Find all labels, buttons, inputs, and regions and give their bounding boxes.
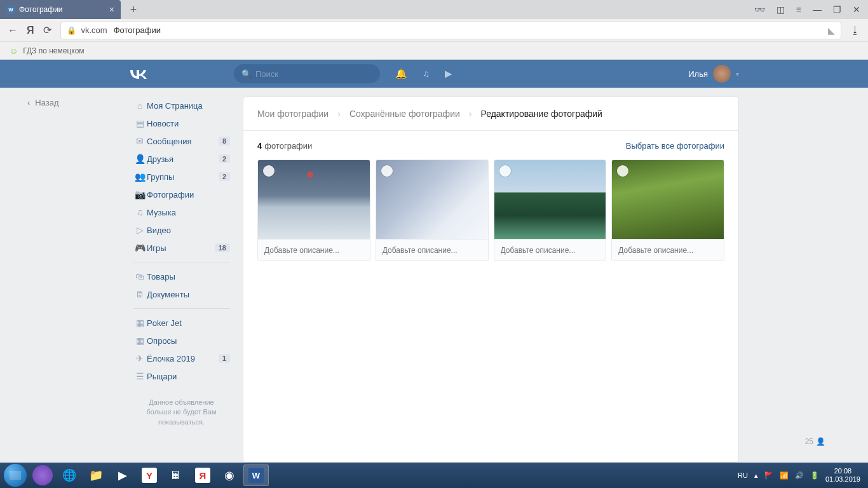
select-all-link[interactable]: Выбрать все фотографии	[626, 141, 724, 151]
select-toggle[interactable]	[617, 165, 628, 177]
content-panel: Мои фотографии › Сохранённые фотографии …	[243, 97, 739, 463]
photo-thumbnail[interactable]	[258, 160, 370, 239]
vk-logo[interactable]	[129, 69, 234, 79]
back-icon[interactable]: ←	[8, 25, 18, 36]
home-icon: ⌂	[133, 100, 147, 111]
photo-card	[257, 159, 370, 261]
browser-tab-bar: w Фотографии × + 👓 ◫ ≡ — ❐ ✕	[0, 0, 868, 19]
calculator-button[interactable]: 🖩	[163, 464, 189, 486]
tray-up-icon[interactable]: ▴	[754, 471, 758, 480]
reload-icon[interactable]: ⟳	[43, 24, 51, 36]
yandex-icon[interactable]: Я	[27, 25, 34, 36]
bookmarks-bar: ☺ ГДЗ по немецком	[0, 42, 868, 60]
app-icon: ✈	[133, 353, 147, 363]
notifications-icon[interactable]: 🔔	[395, 68, 407, 79]
sidebar-item-knights[interactable]: ☰Рыцари	[129, 367, 234, 385]
caption-input[interactable]	[612, 239, 724, 261]
downloads-icon[interactable]: ⭳	[850, 25, 860, 36]
video-player-icon[interactable]: ▶	[445, 68, 452, 79]
url-input[interactable]: 🔒 vk.com Фотографии ◣	[60, 22, 842, 39]
caption-input[interactable]	[494, 239, 606, 261]
photo-thumbnail[interactable]	[376, 160, 488, 239]
select-toggle[interactable]	[381, 165, 393, 177]
breadcrumb-edit: Редактирование фотографий	[480, 109, 602, 119]
bookmark-item[interactable]: ГДЗ по немецком	[23, 46, 84, 55]
sidebar-item-messages[interactable]: ✉Сообщения8	[129, 132, 234, 150]
sidebar-item-my-page[interactable]: ⌂Моя Страница	[129, 97, 234, 114]
chevron-right-icon: ›	[469, 109, 472, 119]
lang-indicator[interactable]: RU	[738, 471, 748, 479]
sidebar-item-games[interactable]: 🎮Игры18	[129, 239, 234, 257]
minimize-icon[interactable]: —	[813, 4, 822, 15]
app-icon: ☰	[133, 371, 147, 381]
close-tab-icon[interactable]: ×	[109, 4, 114, 15]
word-button[interactable]: W	[243, 464, 269, 486]
browser-tab[interactable]: w Фотографии ×	[0, 0, 121, 19]
cortana-button[interactable]	[30, 464, 55, 486]
photo-grid	[243, 159, 738, 275]
vk-favicon: w	[6, 5, 15, 14]
incognito-icon[interactable]: 👓	[754, 4, 765, 15]
yandex-app-button[interactable]: Я	[190, 464, 215, 486]
caption-input[interactable]	[258, 239, 370, 261]
games-icon: 🎮	[133, 243, 147, 253]
photo-thumbnail[interactable]	[494, 160, 606, 239]
lock-icon: 🔒	[67, 26, 76, 35]
url-host: vk.com	[81, 25, 107, 35]
person-icon: 👤	[816, 437, 825, 446]
sidebar-item-music[interactable]: ♫Музыка	[129, 203, 234, 221]
sidebar-item-tree[interactable]: ✈Ёлочка 20191	[129, 349, 234, 367]
side-counter[interactable]: 25 👤	[805, 437, 825, 446]
music-player-icon[interactable]: ♫	[423, 68, 430, 79]
wifi-icon[interactable]: 📶	[780, 471, 789, 480]
select-toggle[interactable]	[263, 165, 275, 177]
sidebar-item-market[interactable]: 🛍Товары	[129, 268, 234, 285]
select-toggle[interactable]	[499, 165, 511, 177]
bookmark-icon[interactable]: ◣	[828, 25, 835, 36]
sidebar-item-polls[interactable]: ▦Опросы	[129, 332, 234, 349]
maximize-icon[interactable]: ❐	[833, 4, 841, 15]
start-button[interactable]	[4, 464, 27, 487]
ie-button[interactable]: 🌐	[57, 464, 82, 486]
user-menu[interactable]: Илья ▾	[688, 65, 739, 83]
chevron-left-icon: ‹	[27, 98, 30, 107]
news-icon: ▤	[133, 118, 147, 128]
close-window-icon[interactable]: ✕	[853, 4, 860, 15]
sidebar-item-videos[interactable]: ▷Видео	[129, 221, 234, 239]
search-input[interactable]: 🔍 Поиск	[234, 64, 380, 83]
menu-icon[interactable]: ≡	[796, 4, 801, 15]
sidebar-item-poker[interactable]: ▦Poker Jet	[129, 314, 234, 332]
ad-notice: Данное объявление больше не будет Вам по…	[129, 385, 234, 427]
chevron-right-icon: ›	[337, 109, 341, 119]
sub-header: 4 фотографии Выбрать все фотографии	[243, 131, 738, 159]
breadcrumb-saved[interactable]: Сохранённые фотографии	[349, 109, 460, 119]
media-button[interactable]: ▶	[110, 464, 135, 486]
explorer-button[interactable]: 📁	[83, 464, 109, 486]
caption-input[interactable]	[376, 239, 488, 261]
photos-icon: 📷	[133, 189, 147, 200]
taskbar: 🌐 📁 ▶ Y 🖩 Я ◉ W RU ▴ 🚩 📶 🔊 🔋 20:08 01.03…	[0, 463, 868, 488]
avatar	[713, 65, 731, 83]
vk-header: 🔍 Поиск 🔔 ♫ ▶ Илья ▾	[0, 60, 868, 88]
new-tab-button[interactable]: +	[125, 1, 142, 18]
yandex-browser-button[interactable]: Y	[137, 464, 162, 486]
sidebar-item-docs[interactable]: 🗎Документы	[129, 285, 234, 303]
sidebar-item-friends[interactable]: 👤Друзья2	[129, 150, 234, 168]
breadcrumb-my-photos[interactable]: Мои фотографии	[257, 109, 329, 119]
user-name: Илья	[688, 69, 708, 79]
chrome-button[interactable]: ◉	[217, 464, 242, 486]
clock[interactable]: 20:08 01.03.2019	[825, 467, 860, 484]
photo-count: 4	[257, 141, 262, 151]
sidebar: ⌂Моя Страница ▤Новости ✉Сообщения8 👤Друз…	[129, 97, 234, 463]
sidebar-toggle-icon[interactable]: ◫	[776, 4, 785, 15]
flag-icon[interactable]: 🚩	[764, 471, 773, 480]
docs-icon: 🗎	[133, 289, 147, 299]
groups-icon: 👥	[133, 172, 147, 182]
sidebar-item-photos[interactable]: 📷Фотографии	[129, 186, 234, 203]
sidebar-item-news[interactable]: ▤Новости	[129, 114, 234, 132]
battery-icon[interactable]: 🔋	[810, 471, 819, 480]
volume-icon[interactable]: 🔊	[795, 471, 804, 480]
photo-thumbnail[interactable]	[612, 160, 724, 239]
sidebar-item-groups[interactable]: 👥Группы2	[129, 168, 234, 186]
back-link[interactable]: ‹ Назад	[27, 98, 59, 107]
